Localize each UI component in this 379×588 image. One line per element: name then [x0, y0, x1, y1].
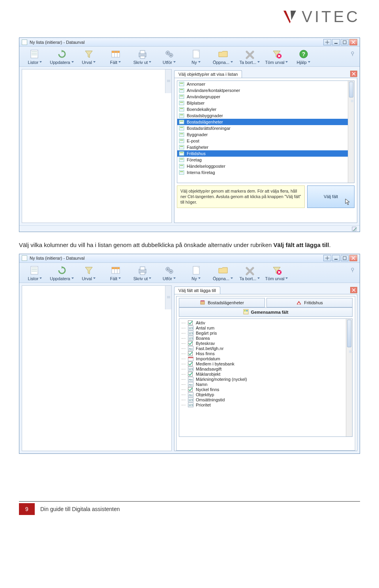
item-label: Händelseloggposter — [187, 164, 225, 169]
category-tab[interactable]: Fritidshus — [266, 298, 353, 307]
field-item[interactable]: 123Månadsavgift — [179, 367, 346, 372]
group-header-label: Gemensamma fält — [251, 310, 289, 315]
page-footer: 9 Din guide till Digitala assistenten — [19, 501, 360, 515]
field-item[interactable]: AbcMärkning/notering (nyckel) — [179, 377, 346, 382]
scrollbar[interactable] — [165, 69, 171, 93]
toolbar-listor[interactable]: Listor — [22, 48, 49, 66]
list-item[interactable]: Fastigheter — [177, 144, 348, 150]
svg-rect-76 — [201, 300, 205, 301]
field-item[interactable]: Byteskrav — [179, 341, 346, 346]
list-item[interactable]: Bostadslägenheter — [177, 119, 348, 125]
list-item[interactable]: Händelseloggposter — [177, 163, 348, 169]
toolbar-icon — [29, 265, 41, 275]
toolbar-skriv-ut[interactable]: Skriv ut — [129, 264, 156, 283]
svg-rect-12 — [140, 56, 145, 58]
group-header-icon — [243, 309, 249, 315]
maximize-button[interactable] — [341, 255, 349, 261]
toolbar--ppna-[interactable]: Öppna... — [210, 264, 236, 283]
panel-close-button[interactable] — [350, 287, 357, 293]
close-button[interactable] — [349, 39, 357, 45]
svg-rect-25 — [179, 88, 184, 92]
list-item[interactable]: Boendekalkyler — [177, 106, 348, 112]
list-item[interactable]: Bostadsrättsföreningar — [177, 125, 348, 131]
toolbar-skriv-ut[interactable]: Skriv ut — [129, 48, 156, 66]
move-button[interactable] — [323, 255, 331, 261]
toolbar-label: Töm urval — [265, 60, 285, 65]
toolbar-ta-bort-[interactable]: Ta bort... — [236, 48, 263, 66]
toolbar-icon — [137, 265, 148, 275]
toolbar-label: Utför — [163, 60, 172, 65]
toolbar-urval[interactable]: Urval — [75, 264, 102, 283]
toolbar-uppdatera[interactable]: Uppdatera — [49, 48, 75, 66]
scrollbar[interactable] — [348, 81, 354, 183]
titlebar: Ny lista (initierar) - Dataurval — [19, 38, 360, 47]
field-item[interactable]: Importdatum — [179, 356, 346, 361]
toolbar-uppdatera[interactable]: Uppdatera — [49, 264, 75, 283]
toolbar-utf-r[interactable]: Utför — [156, 264, 183, 283]
svg-rect-47 — [179, 158, 184, 162]
pin-icon[interactable] — [349, 51, 356, 57]
move-button[interactable] — [323, 39, 331, 45]
svg-rect-55 — [343, 257, 346, 260]
field-item[interactable]: 123Omsättningstid — [179, 397, 346, 403]
toolbar-label: Listor — [28, 60, 39, 65]
field-item[interactable]: AbcObjekttyp — [179, 392, 346, 397]
chevron-down-icon — [39, 60, 42, 64]
category-tab[interactable]: Bostadslägenheter — [179, 298, 265, 307]
field-item[interactable]: AbcFast.bet/lgh.nr — [179, 346, 346, 351]
field-item[interactable]: 123Prioritet — [179, 403, 346, 408]
toolbar-f-lt[interactable]: Fält — [102, 48, 129, 66]
toolbar-hj-lp[interactable]: ?Hjälp — [290, 48, 317, 66]
list-item[interactable]: Interna företag — [177, 169, 348, 176]
list-item[interactable]: Annonser — [177, 81, 348, 87]
select-fields-button[interactable]: Välj fält — [307, 185, 355, 208]
toolbar-urval[interactable]: Urval — [75, 48, 102, 66]
toolbar-t-m-urval[interactable]: Töm urval — [263, 48, 290, 66]
pin-icon[interactable] — [349, 267, 356, 273]
item-label: Boendekalkyler — [187, 107, 216, 112]
close-button[interactable] — [349, 255, 357, 261]
field-item[interactable]: Medlem i bytesbank — [179, 361, 346, 367]
list-item[interactable]: Användare/kontaktpersoner — [177, 87, 348, 94]
toolbar-listor[interactable]: Listor — [22, 264, 49, 283]
toolbar-ny[interactable]: Ny — [183, 48, 210, 66]
list-item[interactable]: Användargrupper — [177, 94, 348, 100]
maximize-button[interactable] — [341, 39, 349, 45]
svg-rect-5 — [32, 54, 37, 55]
list-item[interactable]: Företag — [177, 157, 348, 163]
toolbar-utf-r[interactable]: Utför — [156, 48, 183, 66]
field-item[interactable]: 123Boarea — [179, 336, 346, 341]
field-item[interactable]: Nyckel finns — [179, 387, 346, 392]
svg-rect-52 — [180, 171, 183, 172]
toolbar-f-lt[interactable]: Fält — [102, 264, 129, 283]
panel-tab[interactable]: Välj objekttyp/er att visa i listan — [174, 70, 242, 78]
panel-close-button[interactable] — [350, 71, 357, 77]
field-tree[interactable]: Aktiv123Antal rum123Begärt pris123Boarea… — [179, 318, 353, 437]
svg-rect-43 — [179, 145, 184, 149]
scrollbar[interactable] — [165, 286, 171, 309]
field-item[interactable]: Hiss finns — [179, 351, 346, 356]
field-type-icon: Abc — [188, 377, 193, 382]
field-item[interactable]: Aktiv — [179, 320, 346, 326]
list-item[interactable]: Bilplatser — [177, 100, 348, 106]
list-item[interactable]: E-post — [177, 138, 348, 144]
object-type-list[interactable]: AnnonserAnvändare/kontaktpersonerAnvända… — [177, 81, 355, 183]
toolbar-ta-bort-[interactable]: Ta bort... — [236, 264, 263, 283]
panel-tab[interactable]: Välj fält att lägga till — [174, 287, 220, 294]
list-item[interactable]: Bostadsbyggnader — [177, 112, 348, 119]
field-item[interactable]: AbcNamn — [179, 382, 346, 387]
field-item[interactable]: 123Antal rum — [179, 326, 346, 331]
minimize-button[interactable] — [332, 39, 340, 45]
toolbar--ppna-[interactable]: Öppna... — [210, 48, 236, 66]
item-label: Annonser — [187, 82, 205, 86]
list-item[interactable]: Fritidshus — [177, 150, 348, 157]
field-item[interactable]: Mäklarobjekt — [179, 372, 346, 377]
list-item[interactable]: Byggnader — [177, 131, 348, 138]
minimize-button[interactable] — [332, 255, 340, 261]
svg-rect-26 — [180, 89, 183, 90]
field-item[interactable]: 123Begärt pris — [179, 331, 346, 336]
brand-name: VITEC — [302, 8, 360, 26]
toolbar-ny[interactable]: Ny — [183, 264, 210, 283]
scrollbar[interactable] — [346, 319, 352, 436]
toolbar-t-m-urval[interactable]: Töm urval — [263, 264, 290, 283]
